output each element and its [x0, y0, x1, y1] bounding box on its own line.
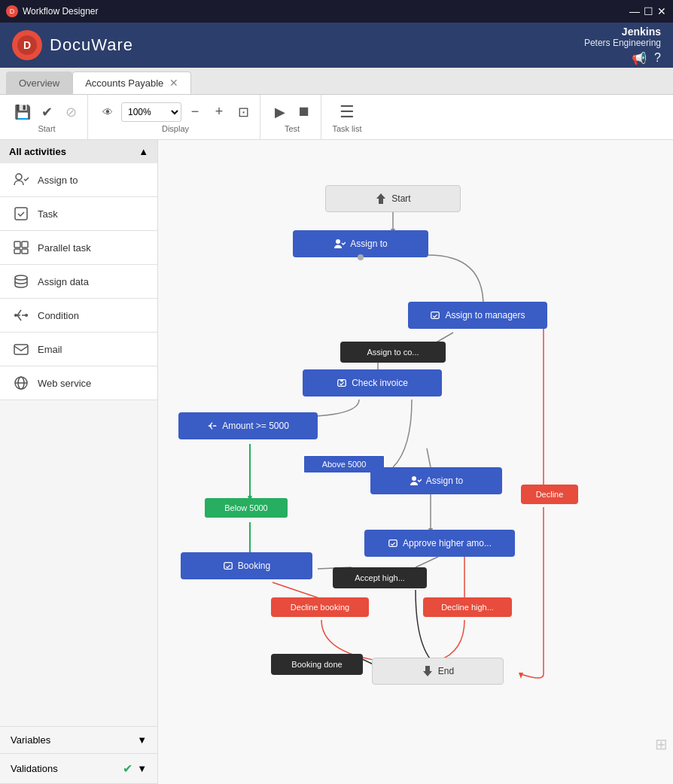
node-assign-to-1-label: Assign to [350, 239, 387, 249]
node-assign-to-2[interactable]: Assign to [370, 467, 502, 494]
brand-name: DocuWare [50, 35, 133, 55]
node-amount-condition[interactable]: Amount >= 5000 [178, 412, 318, 439]
zoom-in-button[interactable]: + [209, 102, 230, 123]
sidebar-item-condition[interactable]: Condition [0, 299, 157, 333]
zoom-select[interactable]: 100% 75% 50% 150% [121, 102, 181, 122]
close-button[interactable]: ✕ [656, 6, 667, 17]
sidebar-label-web-service: Web service [38, 378, 91, 389]
node-booking[interactable]: Booking [181, 552, 312, 579]
sidebar-label-assign-to: Assign to [38, 175, 78, 186]
sidebar-bottom: Variables ▼ Validations ✔ ▼ [0, 726, 157, 784]
mask-button[interactable]: 👁 [97, 102, 118, 123]
tab-accounts-payable[interactable]: Accounts Payable ✕ [72, 71, 191, 94]
node-decline-right-label: Decline [536, 490, 564, 499]
svg-point-10 [14, 314, 17, 317]
fit-button[interactable]: ⊡ [233, 102, 254, 123]
minimize-button[interactable]: — [629, 6, 640, 17]
svg-point-8 [15, 275, 27, 280]
node-above-5000-label: Above 5000 [322, 460, 367, 469]
sidebar-item-web-service[interactable]: Web service [0, 366, 157, 400]
tab-overview-label: Overview [19, 77, 59, 89]
tab-overview[interactable]: Overview [6, 71, 72, 94]
save-button[interactable]: 💾 [12, 102, 33, 123]
sidebar: All activities ▲ Assign to Task Parallel… [0, 140, 158, 784]
node-check-invoice-label: Check invoice [352, 378, 408, 388]
sidebar-label-parallel-task: Parallel task [38, 242, 91, 254]
user-name: Jenkins [584, 26, 661, 38]
toolbar-display-icons: 👁 100% 75% 50% 150% − + ⊡ [97, 102, 254, 123]
tasklist-button[interactable]: ☰ [336, 102, 358, 123]
svg-text:D: D [23, 39, 31, 51]
node-booking-done[interactable]: Booking done [271, 654, 363, 675]
tabs: Overview Accounts Payable ✕ [0, 68, 673, 95]
validations-expand-icon: ▼ [137, 763, 147, 774]
node-assign-managers-label: Assign to managers [445, 310, 525, 321]
sidebar-item-parallel-task[interactable]: Parallel task [0, 231, 157, 265]
titlebar-controls[interactable]: — ☐ ✕ [629, 6, 667, 17]
sidebar-variables[interactable]: Variables ▼ [0, 727, 157, 754]
svg-line-30 [273, 582, 321, 599]
svg-rect-6 [14, 249, 20, 254]
user-info: Jenkins Peters Engineering 📢 ? [584, 26, 661, 65]
tab-close-icon[interactable]: ✕ [169, 77, 178, 89]
node-decline-booking[interactable]: Decline booking [271, 597, 369, 617]
node-assign-managers[interactable]: Assign to managers [408, 302, 547, 329]
svg-point-35 [336, 239, 340, 244]
validations-label: Validations [11, 763, 58, 774]
toolbar-start-label: Start [38, 124, 55, 133]
variables-expand-icon: ▼ [137, 734, 147, 746]
toolbar-group-tasklist: ☰ Task list [324, 95, 370, 139]
svg-marker-33 [519, 673, 523, 679]
node-amount-label: Amount >= 5000 [222, 421, 289, 431]
brand-logo: D [12, 30, 42, 60]
user-org: Peters Engineering [584, 38, 661, 48]
svg-rect-4 [14, 242, 20, 248]
variables-label: Variables [11, 734, 50, 746]
node-decline-right[interactable]: Decline [521, 485, 578, 504]
node-booking-done-label: Booking done [291, 660, 342, 669]
node-approve-higher[interactable]: Approve higher amo... [364, 530, 515, 557]
node-decline-high[interactable]: Decline high... [423, 597, 512, 617]
sidebar-label-assign-data: Assign data [38, 276, 89, 287]
node-accept-high[interactable]: Accept high... [333, 567, 427, 588]
node-start[interactable]: Start [325, 185, 461, 212]
help-icon[interactable]: ? [654, 51, 661, 65]
maximize-button[interactable]: ☐ [643, 6, 653, 17]
svg-rect-40 [389, 540, 397, 547]
validate-button[interactable]: ✔ [36, 102, 57, 123]
email-icon [12, 340, 30, 358]
announce-icon[interactable]: 📢 [632, 51, 647, 65]
sidebar-item-email[interactable]: Email [0, 333, 157, 366]
node-check-invoice[interactable]: Check invoice [303, 369, 442, 397]
node-below-5000[interactable]: Below 5000 [205, 498, 288, 518]
workflow-canvas[interactable]: Start Assign to Assign to managers Assig… [158, 140, 673, 784]
sidebar-section-label: All activities [9, 146, 66, 157]
zoom-out-button[interactable]: − [184, 102, 206, 123]
node-assign-to-2-label: Assign to [426, 476, 463, 486]
svg-line-28 [416, 557, 438, 567]
toolbar-group-display: 👁 100% 75% 50% 150% − + ⊡ Display [91, 95, 260, 139]
node-accept-high-label: Accept high... [355, 573, 405, 582]
condition-icon [12, 306, 30, 324]
stop-button[interactable]: ⏹ [294, 102, 315, 123]
node-end[interactable]: End [372, 658, 504, 685]
assign-data-icon [12, 272, 30, 290]
toolbar-start-icons: 💾 ✔ ⊘ [12, 102, 81, 123]
node-approve-higher-label: Approve higher amo... [403, 538, 492, 548]
svg-line-21 [427, 448, 431, 467]
cancel-button[interactable]: ⊘ [60, 102, 81, 123]
play-button[interactable]: ▶ [270, 102, 291, 123]
node-assign-to-1[interactable]: Assign to [293, 230, 428, 257]
header: D DocuWare Jenkins Peters Engineering 📢 … [0, 23, 673, 68]
sidebar-item-assign-to[interactable]: Assign to [0, 163, 157, 197]
sidebar-item-assign-data[interactable]: Assign data [0, 265, 157, 299]
sidebar-validations[interactable]: Validations ✔ ▼ [0, 754, 157, 784]
sidebar-section-all-activities[interactable]: All activities ▲ [0, 140, 157, 163]
sidebar-collapse-icon: ▲ [139, 146, 148, 157]
toolbar-tasklist-label: Task list [332, 124, 361, 133]
node-assign-co[interactable]: Assign to co... [340, 342, 446, 363]
web-service-icon [12, 374, 30, 392]
svg-rect-41 [224, 563, 233, 570]
sidebar-item-task[interactable]: Task [0, 197, 157, 231]
node-decline-booking-label: Decline booking [291, 603, 349, 612]
